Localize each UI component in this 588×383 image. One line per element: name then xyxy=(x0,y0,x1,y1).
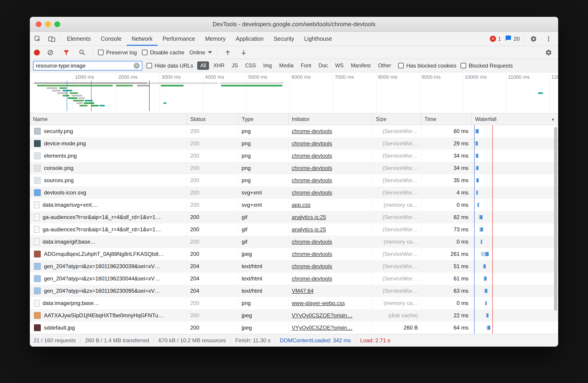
initiator-link[interactable]: chrome-devtools xyxy=(292,275,332,282)
tab-memory[interactable]: Memory xyxy=(200,32,231,46)
kebab-menu-icon[interactable] xyxy=(543,33,554,44)
table-row[interactable]: security.png200pngchrome-devtools(Servic… xyxy=(30,125,558,137)
window-minimize-button[interactable] xyxy=(45,21,51,27)
tab-performance[interactable]: Performance xyxy=(158,32,200,46)
tab-elements[interactable]: Elements xyxy=(62,32,96,46)
initiator-link[interactable]: chrome-devtools xyxy=(292,177,332,184)
request-type: jpeg xyxy=(242,251,252,257)
filter-pill-css[interactable]: CSS xyxy=(242,61,259,70)
request-size: (ServiceWor… xyxy=(382,153,418,159)
preserve-log-checkbox[interactable]: Preserve log xyxy=(98,49,137,56)
blocked-requests-checkbox[interactable]: Blocked Requests xyxy=(461,62,513,69)
column-header-size[interactable]: Size xyxy=(373,113,421,125)
column-header-label: Type xyxy=(242,116,253,122)
initiator-link[interactable]: chrome-devtools xyxy=(292,128,332,134)
column-header-type[interactable]: Type xyxy=(238,113,289,125)
request-name: gen_204?atyp=i&zx=1601196230095&sei=xV… xyxy=(44,288,160,294)
overview-bar xyxy=(52,90,60,91)
tab-security[interactable]: Security xyxy=(269,32,299,46)
initiator-link[interactable]: analytics.js:25 xyxy=(292,214,326,220)
table-row[interactable]: AATXAJywSIpD1jf4EbqHXTfbe0mnyHqGFNTu…200… xyxy=(30,309,558,322)
device-toolbar-icon[interactable] xyxy=(46,33,57,44)
has-blocked-cookies-checkbox[interactable]: Has blocked cookies xyxy=(398,62,456,69)
disable-cache-checkbox[interactable]: Disable cache xyxy=(142,49,185,56)
table-row[interactable]: devtools-icon.svg200svg+xmlchrome-devtoo… xyxy=(30,187,558,199)
clear-network-log-icon[interactable] xyxy=(45,47,56,58)
table-row[interactable]: data:image/png;base…200pngwww-player-web… xyxy=(30,297,558,309)
table-row[interactable]: gen_204?atyp=i&zx=1601196230095&sei=xV…2… xyxy=(30,285,558,297)
filter-pill-ws[interactable]: WS xyxy=(332,61,347,70)
initiator-link[interactable]: www-player-webp.css xyxy=(292,300,345,306)
request-name: ga-audiences?t=sr&aip=1&_r=4&slf_rd=1&v=… xyxy=(42,214,161,220)
table-row[interactable]: gen_204?atyp=i&zx=1601196230039&sei=xV…2… xyxy=(30,260,558,272)
initiator-link[interactable]: chrome-devtools xyxy=(292,239,332,245)
tab-application[interactable]: Application xyxy=(231,32,269,46)
initiator-link[interactable]: chrome-devtools xyxy=(292,140,332,147)
network-settings-gear-icon[interactable] xyxy=(543,47,554,58)
column-header-waterfall[interactable]: Waterfall▲ xyxy=(472,113,558,125)
initiator-cell: chrome-devtools xyxy=(289,174,373,187)
record-network-log-icon[interactable] xyxy=(34,50,40,56)
table-scrollbar-thumb[interactable] xyxy=(554,127,557,311)
overview-tick-label: 5000 ms xyxy=(248,74,267,80)
table-row[interactable]: data:image/svg+xml;…200svg+xmlapp.css(me… xyxy=(30,199,558,211)
column-header-time[interactable]: Time xyxy=(421,113,472,125)
window-zoom-button[interactable] xyxy=(54,21,60,27)
table-row[interactable]: sources.png200pngchrome-devtools(Service… xyxy=(30,174,558,187)
tab-network[interactable]: Network xyxy=(127,32,158,46)
column-header-initiator[interactable]: Initiator xyxy=(289,113,373,125)
network-filter-input[interactable] xyxy=(36,62,134,69)
time-cell: 64 ms xyxy=(421,322,472,334)
table-row[interactable]: console.png200pngchrome-devtools(Service… xyxy=(30,162,558,174)
filter-pill-xhr[interactable]: XHR xyxy=(210,61,228,70)
initiator-link[interactable]: VYyQv0CSZOE?origin… xyxy=(292,312,353,319)
console-error-badge[interactable]: ✕ 1 xyxy=(490,36,501,42)
export-har-icon[interactable] xyxy=(238,47,249,58)
column-header-status[interactable]: Status xyxy=(187,113,238,125)
initiator-cell: chrome-devtools xyxy=(289,236,373,248)
initiator-link[interactable]: chrome-devtools xyxy=(292,251,332,257)
filter-pill-all[interactable]: All xyxy=(197,61,209,70)
window-close-button[interactable] xyxy=(36,21,42,27)
column-header-name[interactable]: Name xyxy=(30,113,187,125)
network-summary-bar: 21 / 160 requests260 B / 1.4 MB transfer… xyxy=(30,334,558,347)
tab-lighthouse[interactable]: Lighthouse xyxy=(299,32,337,46)
initiator-link[interactable]: chrome-devtools xyxy=(292,165,332,171)
filter-pill-js[interactable]: JS xyxy=(229,61,241,70)
settings-gear-icon[interactable] xyxy=(528,33,539,44)
inspect-element-icon[interactable] xyxy=(32,33,43,44)
network-overview-timeline[interactable]: 1000 ms2000 ms3000 ms4000 ms5000 ms6000 … xyxy=(30,72,558,113)
table-row[interactable]: ADGmqu8qexLZuhphT_0Aj88Ng8riLFKASQlslt…2… xyxy=(30,248,558,260)
initiator-link[interactable]: analytics.js:25 xyxy=(292,226,326,233)
tab-console[interactable]: Console xyxy=(96,32,127,46)
network-throttling-select[interactable]: Online xyxy=(189,49,212,56)
initiator-link[interactable]: chrome-devtools xyxy=(292,263,332,269)
import-har-icon[interactable] xyxy=(222,47,233,58)
table-row[interactable]: device-mode.png200pngchrome-devtools(Ser… xyxy=(30,137,558,150)
status-cell: 200 xyxy=(187,150,238,162)
status-cell: 200 xyxy=(187,174,238,187)
table-row[interactable]: elements.png200pngchrome-devtools(Servic… xyxy=(30,150,558,162)
filter-pill-img[interactable]: Img xyxy=(260,61,275,70)
filter-pill-manifest[interactable]: Manifest xyxy=(348,61,374,70)
table-row[interactable]: ga-audiences?t=sr&aip=1&_r=4&slf_rd=1&v=… xyxy=(30,211,558,223)
issues-badge[interactable]: 20 xyxy=(505,35,520,43)
overview-gridline xyxy=(463,72,463,113)
filter-funnel-icon[interactable] xyxy=(61,47,72,58)
search-icon[interactable] xyxy=(77,47,88,58)
table-row[interactable]: sddefault.jpg200jpegVYyQv0CSZOE?origin…2… xyxy=(30,322,558,334)
initiator-link[interactable]: app.css xyxy=(292,202,311,208)
filter-pill-other[interactable]: Other xyxy=(375,61,394,70)
initiator-link[interactable]: chrome-devtools xyxy=(292,153,332,159)
table-row[interactable]: gen_204?atyp=i&zx=1601196230044&sei=xV…2… xyxy=(30,272,558,285)
table-row[interactable]: data:image/gif;base…200gifchrome-devtool… xyxy=(30,236,558,248)
initiator-link[interactable]: VM47:84 xyxy=(292,288,314,294)
clear-filter-icon[interactable]: ✕ xyxy=(134,63,140,69)
initiator-link[interactable]: VYyQv0CSZOE?origin… xyxy=(292,325,353,331)
table-row[interactable]: ga-audiences?t=sr&aip=1&_r=4&slf_rd=1&v=… xyxy=(30,223,558,236)
filter-pill-media[interactable]: Media xyxy=(276,61,296,70)
filter-pill-doc[interactable]: Doc xyxy=(316,61,331,70)
hide-data-urls-checkbox[interactable]: Hide data URLs xyxy=(147,62,193,69)
filter-pill-font[interactable]: Font xyxy=(298,61,314,70)
initiator-link[interactable]: chrome-devtools xyxy=(292,190,332,196)
